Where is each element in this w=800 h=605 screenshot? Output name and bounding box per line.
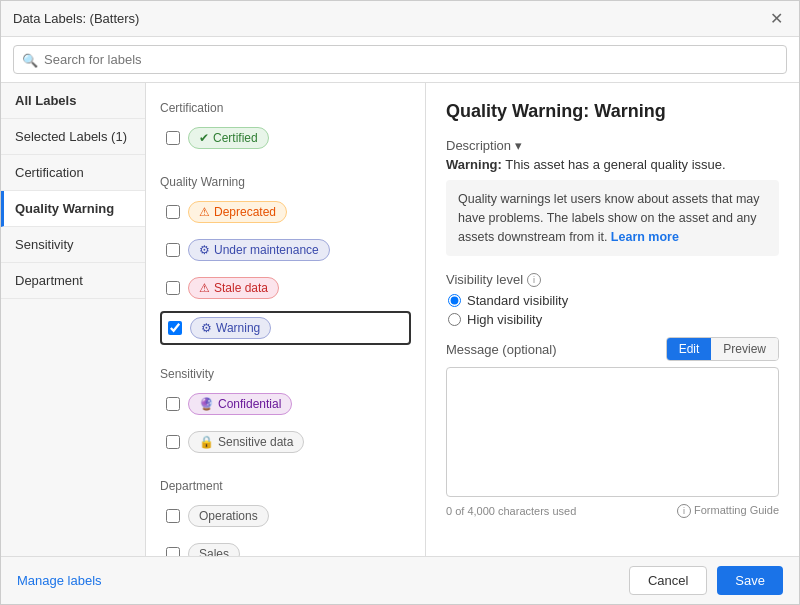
dialog-title-bar: Data Labels: (Batters) ✕ [1,1,799,37]
checkbox-deprecated[interactable] [166,205,180,219]
checkbox-confidential[interactable] [166,397,180,411]
info-box: Quality warnings let users know about as… [446,180,779,256]
manage-labels-link[interactable]: Manage labels [17,573,102,588]
radio-high[interactable]: High visibility [448,312,779,327]
maintenance-icon: ⚙ [199,243,210,257]
badge-operations: Operations [188,505,269,527]
dialog: Data Labels: (Batters) ✕ 🔍 All Labels Se… [0,0,800,605]
search-bar: 🔍 [1,37,799,83]
cancel-button[interactable]: Cancel [629,566,707,595]
message-label: Message (optional) [446,342,557,357]
learn-more-link[interactable]: Learn more [611,230,679,244]
label-item-stale-data: ⚠ Stale data [160,273,411,303]
checkbox-warning[interactable] [168,321,182,335]
radio-high-input[interactable] [448,313,461,326]
visibility-section: Visibility level i Standard visibility H… [446,272,779,327]
badge-sensitive: 🔒 Sensitive data [188,431,304,453]
label-item-sales: Sales [160,539,411,556]
warning-icon: ⚙ [201,321,212,335]
visibility-info-icon[interactable]: i [527,273,541,287]
deprecated-icon: ⚠ [199,205,210,219]
formatting-guide-link[interactable]: i Formatting Guide [677,504,779,518]
tab-edit-button[interactable]: Edit [667,338,712,360]
sidebar-item-all-labels[interactable]: All Labels [1,83,145,119]
department-group-title: Department [160,479,411,493]
badge-certified: ✔ Certified [188,127,269,149]
description-toggle[interactable]: Description ▾ [446,138,779,153]
footer-bar: Manage labels Cancel Save [1,556,799,604]
badge-confidential: 🔮 Confidential [188,393,292,415]
save-button[interactable]: Save [717,566,783,595]
message-textarea[interactable] [446,367,779,497]
main-body: All Labels Selected Labels (1) Certifica… [1,83,799,556]
badge-warning: ⚙ Warning [190,317,271,339]
certification-group-title: Certification [160,101,411,115]
checkbox-sensitive-data[interactable] [166,435,180,449]
detail-panel: Quality Warning: Warning Description ▾ W… [426,83,799,556]
tab-preview-button[interactable]: Preview [711,338,778,360]
search-input[interactable] [13,45,787,74]
labels-panel: Certification ✔ Certified Quality Warnin… [146,83,426,556]
message-footer: 0 of 4,000 characters used i Formatting … [446,504,779,518]
close-button[interactable]: ✕ [766,9,787,29]
sidebar-item-department[interactable]: Department [1,263,145,299]
certified-icon: ✔ [199,131,209,145]
tab-group: Edit Preview [666,337,779,361]
label-item-warning: ⚙ Warning [160,311,411,345]
quality-warning-group-title: Quality Warning [160,175,411,189]
sidebar: All Labels Selected Labels (1) Certifica… [1,83,146,556]
description-section: Description ▾ Warning: This asset has a … [446,138,779,262]
radio-standard-input[interactable] [448,294,461,307]
sidebar-item-quality-warning[interactable]: Quality Warning [1,191,145,227]
label-item-certified: ✔ Certified [160,123,411,153]
badge-stale: ⚠ Stale data [188,277,279,299]
sensitivity-group-title: Sensitivity [160,367,411,381]
sidebar-item-sensitivity[interactable]: Sensitivity [1,227,145,263]
description-text: Warning: This asset has a general qualit… [446,157,779,172]
visibility-label: Visibility level i [446,272,779,287]
detail-title: Quality Warning: Warning [446,101,779,122]
sidebar-item-selected-labels[interactable]: Selected Labels (1) [1,119,145,155]
badge-deprecated: ⚠ Deprecated [188,201,287,223]
checkbox-sales[interactable] [166,547,180,556]
message-section: Message (optional) Edit Preview 0 of 4,0… [446,337,779,518]
label-item-under-maintenance: ⚙ Under maintenance [160,235,411,265]
footer-buttons: Cancel Save [629,566,783,595]
checkbox-under-maintenance[interactable] [166,243,180,257]
info-circle-small: i [677,504,691,518]
chevron-down-icon: ▾ [515,138,522,153]
radio-standard[interactable]: Standard visibility [448,293,779,308]
badge-sales: Sales [188,543,240,556]
message-header: Message (optional) Edit Preview [446,337,779,361]
label-item-sensitive-data: 🔒 Sensitive data [160,427,411,457]
checkbox-operations[interactable] [166,509,180,523]
checkbox-stale-data[interactable] [166,281,180,295]
label-item-operations: Operations [160,501,411,531]
dialog-title: Data Labels: (Batters) [13,11,139,26]
sensitive-icon: 🔒 [199,435,214,449]
search-wrapper: 🔍 [13,45,787,74]
stale-icon: ⚠ [199,281,210,295]
radio-group: Standard visibility High visibility [446,293,779,327]
label-item-confidential: 🔮 Confidential [160,389,411,419]
confidential-icon: 🔮 [199,397,214,411]
label-item-deprecated: ⚠ Deprecated [160,197,411,227]
sidebar-item-certification[interactable]: Certification [1,155,145,191]
checkbox-certified[interactable] [166,131,180,145]
char-count: 0 of 4,000 characters used [446,505,576,517]
badge-maintenance: ⚙ Under maintenance [188,239,330,261]
search-icon: 🔍 [22,52,38,67]
